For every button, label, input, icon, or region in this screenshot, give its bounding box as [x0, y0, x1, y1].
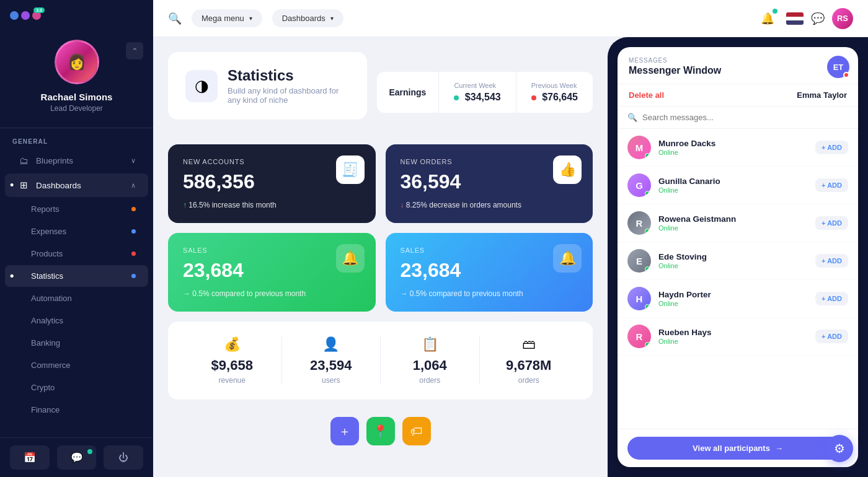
- search-icon: 🔍: [627, 113, 637, 122]
- online-indicator: [645, 191, 650, 196]
- contact-status: Online: [658, 224, 815, 232]
- new-orders-value: 36,594: [401, 170, 578, 193]
- add-contact-button[interactable]: + ADD: [815, 292, 848, 305]
- power-button[interactable]: ⏻: [104, 445, 143, 470]
- sales-blue-label: SALES: [401, 247, 578, 254]
- users-stat: 👤 23,594 users: [282, 336, 381, 385]
- add-contact-button[interactable]: + ADD: [815, 178, 848, 192]
- sidebar-item-finance[interactable]: Finance: [5, 399, 148, 421]
- sidebar-item-reports[interactable]: Reports: [5, 198, 148, 220]
- dashboards-menu-button[interactable]: Dashboards ▾: [272, 9, 343, 27]
- contact-name: Haydn Porter: [658, 290, 815, 299]
- settings-fab-button[interactable]: ⚙: [826, 435, 853, 462]
- messages-button[interactable]: 💬: [811, 12, 825, 25]
- chat-button[interactable]: 💬: [57, 445, 97, 470]
- contact-gunilla[interactable]: G Gunilla Canario Online + ADD: [618, 167, 858, 204]
- profile-name: Rachael Simons: [41, 92, 113, 102]
- contact-haydn[interactable]: H Haydn Porter Online + ADD: [618, 280, 858, 318]
- contact-info: Gunilla Canario Online: [658, 177, 815, 194]
- notifications-button[interactable]: 🔔: [756, 7, 779, 30]
- previous-week-section: Previous Week $76,645: [516, 72, 593, 113]
- revenue-stat: 💰 $9,658 revenue: [183, 336, 282, 385]
- messenger-window: MESSAGES Messenger Window ET Delete all …: [618, 47, 858, 467]
- sidebar-item-expenses[interactable]: Expenses: [5, 221, 148, 242]
- mini-stats: 💰 $9,658 revenue 👤 23,594 users 📋 1,064 …: [168, 322, 593, 400]
- revenue-label: revenue: [193, 376, 272, 385]
- sidebar-item-statistics[interactable]: • Statistics: [5, 265, 148, 287]
- contact-rowena[interactable]: R Rowena Geistmann Online + ADD: [618, 204, 858, 242]
- messenger-header: MESSAGES Messenger Window ET: [618, 47, 858, 84]
- user-avatar[interactable]: RS: [832, 8, 853, 29]
- current-week-value: $34,543: [454, 92, 500, 103]
- view-all-participants-button[interactable]: View all participants →: [627, 437, 848, 460]
- tag-button[interactable]: 🏷: [402, 417, 431, 445]
- delete-all-button[interactable]: Delete all: [629, 90, 664, 100]
- online-indicator: [645, 304, 650, 310]
- sidebar-item-banking[interactable]: Banking: [5, 332, 148, 354]
- contact-name: Rueben Hays: [658, 328, 815, 337]
- sales-blue-value: 23,684: [401, 259, 578, 282]
- messenger-footer: View all participants →: [618, 429, 858, 467]
- status-dot: [131, 207, 136, 211]
- messenger-actions: Delete all Emma Taylor: [618, 84, 858, 107]
- main-area: 🔍 Mega menu ▾ Dashboards ▾ 🔔 💬 RS: [153, 0, 868, 477]
- users-value: 23,594: [292, 357, 371, 374]
- active-contact-name: Emma Taylor: [797, 90, 847, 100]
- accounts-icon: 🧾: [336, 155, 365, 184]
- down-arrow-icon: ↓: [401, 201, 406, 209]
- contact-rueben[interactable]: R Rueben Hays Online + ADD: [618, 318, 858, 356]
- sidebar-general-label: GENERAL: [0, 128, 153, 149]
- sidebar-item-automation[interactable]: Automation: [5, 287, 148, 309]
- earnings-label-section: Earnings: [377, 72, 439, 113]
- messenger-title: Messenger Window: [629, 65, 847, 76]
- contact-status: Online: [658, 149, 815, 156]
- previous-week-value: $76,645: [531, 92, 578, 103]
- users-icon: 👤: [292, 336, 371, 352]
- sidebar-item-blueprints[interactable]: 🗂 Blueprints ∨: [5, 149, 148, 172]
- sidebar-item-crypto[interactable]: Crypto: [5, 377, 148, 398]
- calendar-button[interactable]: 📅: [10, 445, 50, 470]
- location-button[interactable]: 📍: [366, 417, 395, 445]
- content-area: ◑ Statistics Build any kind of dashboard…: [153, 37, 868, 477]
- sidebar-item-analytics[interactable]: Analytics: [5, 310, 148, 331]
- add-contact-button[interactable]: + ADD: [815, 216, 848, 230]
- header-icon: ◑: [185, 70, 218, 102]
- logo-version: 3.0: [33, 7, 45, 13]
- sidebar-item-commerce[interactable]: Commerce: [5, 354, 148, 376]
- sidebar-item-label: Finance: [31, 405, 136, 414]
- sales-blue-icon: 🔔: [553, 244, 582, 273]
- profile-role: Lead Developer: [50, 104, 103, 113]
- contact-ede[interactable]: E Ede Stoving Online + ADD: [618, 242, 858, 280]
- sidebar-item-dashboards[interactable]: ⊞ Dashboards ∧: [5, 173, 148, 197]
- contact-avatar: M: [627, 136, 651, 159]
- status-dot: [131, 274, 136, 278]
- search-button[interactable]: 🔍: [168, 12, 182, 25]
- blueprints-icon: 🗂: [17, 155, 30, 166]
- new-accounts-label: NEW ACCOUNTS: [183, 158, 361, 165]
- sidebar-item-label: Reports: [31, 204, 131, 214]
- search-input[interactable]: [642, 113, 848, 122]
- profile-toggle-button[interactable]: ⌃: [126, 42, 143, 59]
- right-panel: MESSAGES Messenger Window ET Delete all …: [608, 37, 868, 477]
- sales-green-icon: 🔔: [336, 244, 365, 273]
- chevron-down-icon: ∨: [131, 157, 136, 165]
- mega-menu-button[interactable]: Mega menu ▾: [192, 9, 262, 27]
- revenue-value: $9,658: [193, 357, 272, 374]
- sidebar-item-products[interactable]: Products: [5, 243, 148, 265]
- add-button[interactable]: ＋: [330, 417, 359, 445]
- contact-munroe[interactable]: M Munroe Dacks Online + ADD: [618, 129, 858, 167]
- previous-week-label: Previous Week: [531, 82, 578, 89]
- dashboards-submenu: Reports Expenses Products • Statistics A…: [0, 198, 153, 421]
- add-contact-button[interactable]: + ADD: [815, 254, 848, 268]
- messages-label: MESSAGES: [629, 57, 847, 64]
- sales-blue-change: → 0.5% compared to previous month: [401, 289, 578, 298]
- language-flag[interactable]: [786, 12, 804, 25]
- new-accounts-value: 586,356: [183, 170, 361, 193]
- messenger-contacts: M Munroe Dacks Online + ADD G: [618, 129, 858, 429]
- new-accounts-change: ↑ 16.5% increase this month: [183, 201, 361, 209]
- add-contact-button[interactable]: + ADD: [815, 141, 848, 154]
- sidebar-item-label: Analytics: [31, 316, 136, 325]
- chevron-down-icon: ▾: [330, 15, 334, 22]
- add-contact-button[interactable]: + ADD: [815, 330, 848, 343]
- sidebar-bottom: 📅 💬 ⏻: [0, 437, 153, 477]
